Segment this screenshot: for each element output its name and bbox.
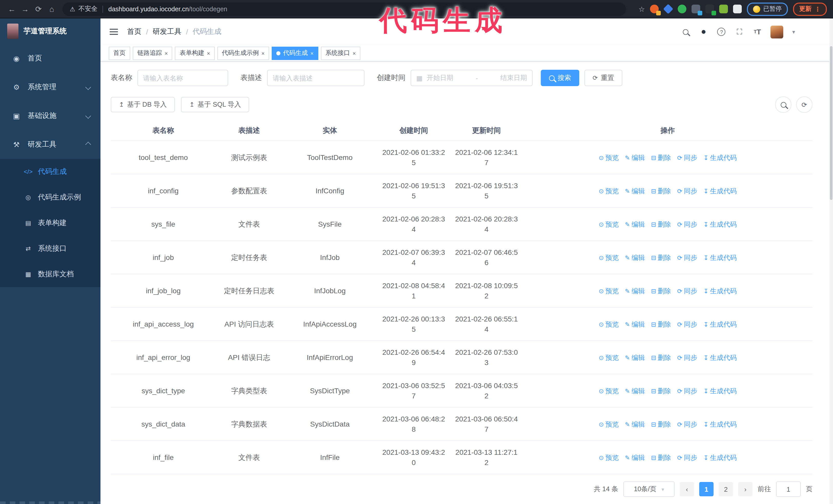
extension-green-key-icon[interactable]	[719, 5, 728, 13]
预览-action-link[interactable]: ⊙预览	[599, 319, 619, 330]
breadcrumb-item[interactable]: 研发工具	[153, 27, 182, 37]
编辑-action-link[interactable]: ✎编辑	[625, 186, 645, 196]
bookmark-star-icon[interactable]: ☆	[639, 5, 645, 13]
prev-page-button[interactable]: ‹	[680, 482, 694, 496]
同步-action-link[interactable]: ⟳同步	[677, 386, 697, 396]
删除-action-link[interactable]: ⊟删除	[651, 253, 671, 263]
生成代码-action-link[interactable]: ↧生成代码	[703, 152, 737, 163]
sidebar-item-infra[interactable]: ▣基础设施	[0, 101, 100, 130]
生成代码-action-link[interactable]: ↧生成代码	[703, 353, 737, 363]
page-size-select[interactable]: 10条/页 ▾	[623, 481, 674, 497]
生成代码-action-link[interactable]: ↧生成代码	[703, 419, 737, 429]
import-sql-button[interactable]: ↥ 基于 SQL 导入	[181, 97, 249, 112]
生成代码-action-link[interactable]: ↧生成代码	[703, 286, 737, 296]
close-icon[interactable]: ×	[207, 50, 210, 56]
address-bar[interactable]: ⚠ 不安全 dashboard.yudao.iocoder.cn /tool/c…	[63, 2, 626, 16]
编辑-action-link[interactable]: ✎编辑	[625, 386, 645, 396]
同步-action-link[interactable]: ⟳同步	[677, 186, 697, 196]
sidebar-item-codegen-example[interactable]: ◎代码生成示例	[0, 185, 100, 210]
page-button-2[interactable]: 2	[719, 482, 733, 496]
删除-action-link[interactable]: ⊟删除	[651, 386, 671, 396]
删除-action-link[interactable]: ⊟删除	[651, 186, 671, 196]
同步-action-link[interactable]: ⟳同步	[677, 152, 697, 163]
close-icon[interactable]: ×	[261, 50, 265, 56]
goto-page-input[interactable]	[776, 481, 801, 497]
生成代码-action-link[interactable]: ↧生成代码	[703, 219, 737, 230]
page-button-1[interactable]: 1	[699, 482, 714, 496]
tab-链路追踪[interactable]: 链路追踪×	[133, 46, 172, 60]
extension-grid-icon[interactable]	[691, 5, 700, 13]
预览-action-link[interactable]: ⊙预览	[599, 219, 619, 230]
close-icon[interactable]: ×	[353, 50, 356, 56]
user-menu-caret-icon[interactable]: ▾	[792, 28, 795, 35]
生成代码-action-link[interactable]: ↧生成代码	[703, 453, 737, 463]
同步-action-link[interactable]: ⟳同步	[677, 219, 697, 230]
删除-action-link[interactable]: ⊟删除	[651, 286, 671, 296]
tab-首页[interactable]: 首页	[109, 46, 130, 60]
horizontal-scrollbar[interactable]	[0, 501, 100, 504]
paused-badge[interactable]: 已暂停	[747, 2, 788, 16]
删除-action-link[interactable]: ⊟删除	[651, 319, 671, 330]
extension-orange-c-icon[interactable]	[650, 5, 659, 13]
编辑-action-link[interactable]: ✎编辑	[625, 253, 645, 263]
编辑-action-link[interactable]: ✎编辑	[625, 453, 645, 463]
home-icon[interactable]: ⌂	[45, 5, 58, 13]
预览-action-link[interactable]: ⊙预览	[599, 353, 619, 363]
同步-action-link[interactable]: ⟳同步	[677, 453, 697, 463]
extension-puzzle-icon[interactable]	[733, 5, 742, 13]
table-name-input[interactable]	[137, 70, 228, 86]
refresh-table-button[interactable]: ⟳	[796, 96, 812, 113]
生成代码-action-link[interactable]: ↧生成代码	[703, 319, 737, 330]
同步-action-link[interactable]: ⟳同步	[677, 353, 697, 363]
sidebar-item-system[interactable]: ⚙系统管理	[0, 73, 100, 101]
同步-action-link[interactable]: ⟳同步	[677, 419, 697, 429]
同步-action-link[interactable]: ⟳同步	[677, 253, 697, 263]
tab-表单构建[interactable]: 表单构建×	[175, 46, 215, 60]
预览-action-link[interactable]: ⊙预览	[599, 152, 619, 163]
编辑-action-link[interactable]: ✎编辑	[625, 286, 645, 296]
import-db-button[interactable]: ↥ 基于 DB 导入	[111, 97, 175, 112]
close-icon[interactable]: ×	[165, 50, 168, 56]
hamburger-icon[interactable]	[110, 29, 118, 35]
预览-action-link[interactable]: ⊙预览	[599, 186, 619, 196]
编辑-action-link[interactable]: ✎编辑	[625, 152, 645, 163]
sidebar-item-codegen[interactable]: </>代码生成	[0, 159, 100, 185]
生成代码-action-link[interactable]: ↧生成代码	[703, 186, 737, 196]
user-avatar[interactable]	[771, 25, 784, 38]
预览-action-link[interactable]: ⊙预览	[599, 386, 619, 396]
tab-代码生成[interactable]: 代码生成×	[272, 46, 318, 60]
font-size-icon[interactable]: TT	[753, 27, 762, 37]
sidebar-item-db-doc[interactable]: ▦数据库文档	[0, 262, 100, 287]
extension-dark-on-icon[interactable]	[705, 5, 714, 13]
reload-icon[interactable]: ⟳	[32, 4, 45, 14]
extension-green-check-icon[interactable]	[678, 5, 686, 13]
同步-action-link[interactable]: ⟳同步	[677, 319, 697, 330]
同步-action-link[interactable]: ⟳同步	[677, 286, 697, 296]
删除-action-link[interactable]: ⊟删除	[651, 419, 671, 429]
编辑-action-link[interactable]: ✎编辑	[625, 319, 645, 330]
生成代码-action-link[interactable]: ↧生成代码	[703, 253, 737, 263]
close-icon[interactable]: ×	[310, 50, 314, 56]
fullscreen-icon[interactable]: ⛶	[735, 27, 744, 37]
forward-icon[interactable]: →	[19, 5, 32, 13]
help-icon[interactable]: ?	[717, 27, 726, 37]
next-page-button[interactable]: ›	[738, 482, 753, 496]
reset-button[interactable]: ⟳ 重置	[585, 70, 622, 86]
编辑-action-link[interactable]: ✎编辑	[625, 419, 645, 429]
toggle-search-button[interactable]	[775, 96, 791, 113]
search-button[interactable]: 搜索	[541, 70, 579, 86]
table-desc-input[interactable]	[267, 70, 364, 86]
删除-action-link[interactable]: ⊟删除	[651, 152, 671, 163]
删除-action-link[interactable]: ⊟删除	[651, 453, 671, 463]
breadcrumb-item[interactable]: 首页	[127, 27, 142, 37]
create-time-range-picker[interactable]: ▦ 开始日期 - 结束日期	[411, 70, 532, 86]
编辑-action-link[interactable]: ✎编辑	[625, 219, 645, 230]
tab-系统接口[interactable]: 系统接口×	[321, 46, 361, 60]
sidebar-item-home[interactable]: ◉首页	[0, 44, 100, 73]
删除-action-link[interactable]: ⊟删除	[651, 219, 671, 230]
update-button[interactable]: 更新 ⋮	[793, 2, 827, 16]
sidebar-item-form-builder[interactable]: ▤表单构建	[0, 210, 100, 236]
app-logo[interactable]: 芋道管理系统	[0, 19, 100, 44]
back-icon[interactable]: ←	[5, 5, 19, 13]
vertical-scrollbar[interactable]	[829, 19, 833, 504]
